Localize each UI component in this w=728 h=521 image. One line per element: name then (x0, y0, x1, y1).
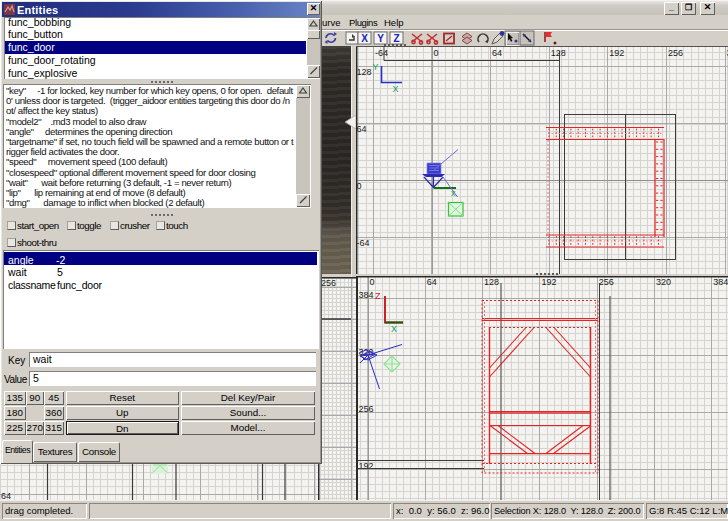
svg-text:X: X (391, 324, 397, 334)
svg-text:0: 0 (370, 277, 375, 287)
svg-text:128: 128 (484, 277, 499, 287)
svg-text:X: X (393, 84, 399, 94)
svg-text:128: 128 (357, 67, 372, 77)
svg-text:64: 64 (357, 124, 367, 134)
svg-text:192: 192 (609, 48, 624, 58)
svg-text:256: 256 (321, 278, 336, 288)
svg-text:320: 320 (656, 277, 671, 287)
svg-text:192: 192 (541, 277, 556, 287)
svg-text:256: 256 (359, 404, 374, 414)
svg-text:-64: -64 (357, 238, 370, 248)
svg-text:Y: Y (373, 62, 379, 72)
svg-text:0: 0 (357, 181, 362, 191)
svg-text:X: X (361, 33, 368, 44)
svg-text:64: 64 (492, 48, 502, 58)
svg-text:x: x (451, 188, 456, 198)
svg-text:256: 256 (668, 48, 683, 58)
svg-text:64: 64 (427, 277, 437, 287)
svg-text:Z: Z (393, 33, 399, 44)
svg-text:384: 384 (359, 290, 374, 300)
svg-text:256: 256 (599, 277, 614, 287)
svg-text:Y: Y (377, 33, 384, 44)
svg-text:384: 384 (713, 277, 728, 287)
svg-text:128: 128 (551, 48, 566, 58)
svg-text:Z: Z (375, 291, 381, 301)
svg-text:0: 0 (434, 48, 439, 58)
svg-text:-64: -64 (375, 48, 388, 58)
